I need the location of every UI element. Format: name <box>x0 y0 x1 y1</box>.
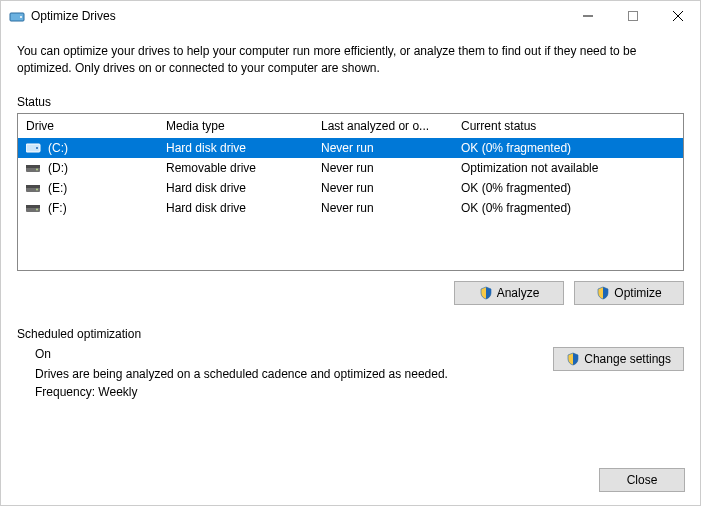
close-window-button[interactable] <box>655 1 700 31</box>
last-analyzed: Never run <box>321 141 461 155</box>
last-analyzed: Never run <box>321 161 461 175</box>
scheduled-description: Drives are being analyzed on a scheduled… <box>35 367 543 381</box>
media-type: Hard disk drive <box>166 181 321 195</box>
close-label: Close <box>627 473 658 487</box>
close-button[interactable]: Close <box>599 468 685 492</box>
drive-icon <box>26 182 42 194</box>
current-status: OK (0% fragmented) <box>461 141 683 155</box>
table-row[interactable]: (E:)Hard disk driveNever runOK (0% fragm… <box>18 178 683 198</box>
svg-point-16 <box>36 208 38 210</box>
scheduled-state: On <box>35 347 543 361</box>
drive-icon <box>26 162 42 174</box>
analyze-label: Analyze <box>497 286 540 300</box>
window-title: Optimize Drives <box>31 9 116 23</box>
svg-rect-12 <box>26 185 40 188</box>
shield-icon <box>596 286 610 300</box>
table-row[interactable]: (C:)Hard disk driveNever runOK (0% fragm… <box>18 138 683 158</box>
header-current-status[interactable]: Current status <box>461 119 683 133</box>
media-type: Hard disk drive <box>166 201 321 215</box>
header-drive[interactable]: Drive <box>26 119 166 133</box>
optimize-button[interactable]: Optimize <box>574 281 684 305</box>
svg-point-13 <box>36 188 38 190</box>
table-row[interactable]: (D:)Removable driveNever runOptimization… <box>18 158 683 178</box>
table-row[interactable]: (F:)Hard disk driveNever runOK (0% fragm… <box>18 198 683 218</box>
media-type: Removable drive <box>166 161 321 175</box>
optimize-label: Optimize <box>614 286 661 300</box>
header-last-analyzed[interactable]: Last analyzed or o... <box>321 119 461 133</box>
analyze-button[interactable]: Analyze <box>454 281 564 305</box>
drive-name: (D:) <box>48 161 68 175</box>
title-bar: Optimize Drives <box>1 1 700 31</box>
current-status: Optimization not available <box>461 161 683 175</box>
current-status: OK (0% fragmented) <box>461 181 683 195</box>
description-text: You can optimize your drives to help you… <box>17 43 684 77</box>
maximize-button[interactable] <box>610 1 655 31</box>
minimize-button[interactable] <box>565 1 610 31</box>
current-status: OK (0% fragmented) <box>461 201 683 215</box>
table-header: Drive Media type Last analyzed or o... C… <box>18 114 683 138</box>
scheduled-frequency: Frequency: Weekly <box>35 385 543 399</box>
drive-icon <box>26 202 42 214</box>
change-settings-button[interactable]: Change settings <box>553 347 684 371</box>
drive-icon <box>26 142 42 154</box>
drive-name: (E:) <box>48 181 67 195</box>
app-icon <box>9 8 25 24</box>
shield-icon <box>479 286 493 300</box>
svg-rect-9 <box>26 165 40 168</box>
shield-icon <box>566 352 580 366</box>
last-analyzed: Never run <box>321 201 461 215</box>
change-settings-label: Change settings <box>584 352 671 366</box>
media-type: Hard disk drive <box>166 141 321 155</box>
svg-rect-3 <box>628 12 637 21</box>
last-analyzed: Never run <box>321 181 461 195</box>
drive-name: (F:) <box>48 201 67 215</box>
header-media-type[interactable]: Media type <box>166 119 321 133</box>
drive-name: (C:) <box>48 141 68 155</box>
svg-point-10 <box>36 168 38 170</box>
svg-point-7 <box>36 147 38 149</box>
svg-rect-15 <box>26 205 40 208</box>
status-label: Status <box>17 95 684 109</box>
scheduled-optimization-label: Scheduled optimization <box>17 327 684 341</box>
svg-point-1 <box>20 16 22 18</box>
drive-table: Drive Media type Last analyzed or o... C… <box>17 113 684 271</box>
